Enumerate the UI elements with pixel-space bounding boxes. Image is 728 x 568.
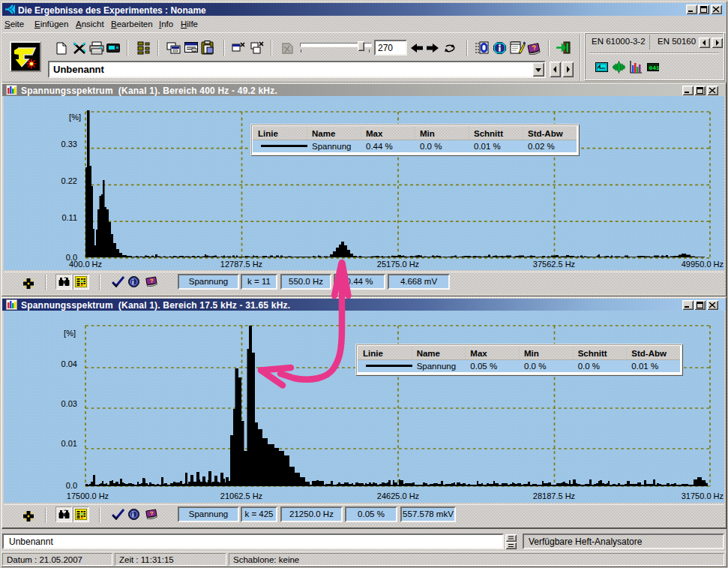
svg-text:[%]: [%] (64, 329, 76, 338)
svg-text:0.04: 0.04 (61, 359, 77, 368)
svg-text:24625.0 Hz: 24625.0 Hz (377, 491, 419, 500)
svg-text:0.22: 0.22 (61, 176, 77, 185)
svg-text:28187.5 Hz: 28187.5 Hz (533, 491, 575, 500)
svg-text:17500.0 Hz: 17500.0 Hz (67, 491, 109, 500)
svg-text:i: i (132, 511, 134, 518)
svg-text:0.33: 0.33 (61, 140, 77, 149)
svg-text:0.03: 0.03 (61, 399, 77, 408)
svg-text:0.11: 0.11 (61, 213, 77, 222)
svg-text:400.0 Hz: 400.0 Hz (69, 260, 102, 269)
svg-text:37562.5 Hz: 37562.5 Hz (533, 260, 575, 269)
svg-text:49950.0 Hz: 49950.0 Hz (682, 260, 724, 269)
svg-text:31750.0 Hz: 31750.0 Hz (682, 491, 724, 500)
svg-text:12787.5 Hz: 12787.5 Hz (220, 260, 262, 269)
svg-text:0.0: 0.0 (66, 481, 77, 490)
svg-text:[%]: [%] (69, 113, 81, 122)
svg-text:041: 041 (649, 65, 660, 71)
svg-text:i: i (132, 278, 134, 286)
svg-text:21062.5 Hz: 21062.5 Hz (220, 491, 262, 500)
svg-text:25175.0 Hz: 25175.0 Hz (377, 260, 419, 269)
svg-text:0.01: 0.01 (61, 439, 77, 448)
